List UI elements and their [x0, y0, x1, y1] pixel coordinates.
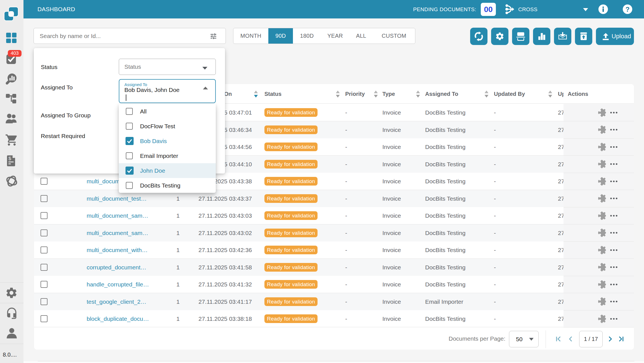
svg-text:$: $	[8, 156, 11, 161]
svg-text:?: ?	[626, 6, 630, 13]
